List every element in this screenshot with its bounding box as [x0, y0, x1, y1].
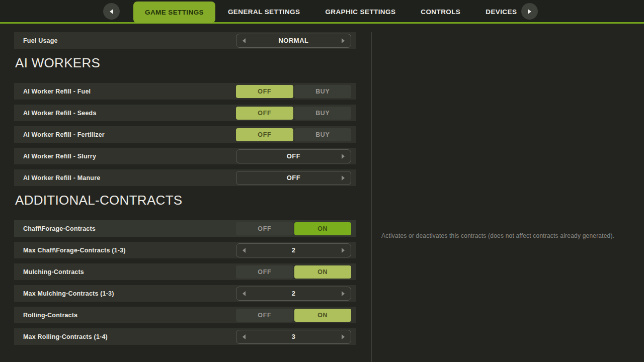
setting-row-mulching-contracts: Mulching-ContractsOFFON [14, 263, 356, 280]
section-heading-ai-workers: AI WORKERS [15, 55, 356, 71]
setting-row-max-chaff-forage-contracts-1-3-: Max Chaff\Forage-Contracts (1-3)2 [14, 242, 356, 258]
tab-graphic-settings[interactable]: GRAPHIC SETTINGS [312, 0, 408, 24]
section-heading-additional-contracts: ADDITIONAL-CONTRACTS [15, 193, 356, 208]
selector-value: 2 [236, 287, 351, 300]
toggle-option-off[interactable]: OFF [236, 309, 293, 322]
toggle-group: OFFBUY [236, 128, 351, 141]
arrow-right-icon [528, 9, 531, 14]
toggle-option-on[interactable]: ON [294, 309, 352, 322]
option-selector[interactable]: OFF [236, 171, 351, 185]
tab-controls[interactable]: CONTROLS [408, 0, 473, 24]
selector-value: OFF [236, 171, 351, 185]
toggle-group: OFFON [236, 309, 351, 322]
setting-label: AI Worker Refill - Slurry [14, 153, 236, 160]
tab-list: GAME SETTINGSGENERAL SETTINGSGRAPHIC SET… [133, 0, 529, 24]
setting-row-ai-worker-refill-fertilizer: AI Worker Refill - FertilizerOFFBUY [14, 126, 356, 143]
panel-divider [371, 32, 372, 362]
next-option-icon[interactable] [342, 154, 345, 159]
arrow-left-icon [110, 9, 113, 14]
toggle-option-off[interactable]: OFF [236, 107, 293, 120]
toggle-option-buy[interactable]: BUY [294, 107, 352, 120]
selector-value: 3 [236, 330, 351, 343]
settings-list: Fuel UsageNORMALAI WORKERSAI Worker Refi… [14, 32, 356, 350]
setting-label: Chaff\Forage-Contracts [14, 225, 236, 232]
toggle-option-buy[interactable]: BUY [294, 85, 352, 98]
setting-label: AI Worker Refill - Fertilizer [14, 131, 236, 138]
setting-label: Rolling-Contracts [14, 312, 236, 319]
toggle-option-off[interactable]: OFF [236, 265, 293, 279]
setting-label: AI Worker Refill - Seeds [14, 110, 236, 117]
option-selector[interactable]: 2 [236, 287, 351, 301]
selector-value: 2 [236, 244, 351, 257]
setting-label: Max Mulching-Contracts (1-3) [14, 290, 236, 297]
previous-tab-button[interactable] [103, 3, 120, 20]
settings-tab-bar: GAME SETTINGSGENERAL SETTINGSGRAPHIC SET… [0, 0, 644, 24]
toggle-option-off[interactable]: OFF [236, 85, 293, 98]
setting-label: Max Chaff\Forage-Contracts (1-3) [14, 247, 236, 254]
toggle-group: OFFBUY [236, 107, 351, 120]
next-option-icon[interactable] [342, 38, 345, 43]
next-tab-button[interactable] [521, 3, 538, 20]
next-option-icon[interactable] [342, 334, 345, 339]
setting-tooltip: Activates or deactivates this contracts … [381, 232, 614, 239]
setting-row-ai-worker-refill-manure: AI Worker Refill - ManureOFF [14, 169, 356, 186]
tab-game-settings[interactable]: GAME SETTINGS [133, 2, 215, 23]
tab-general-settings[interactable]: GENERAL SETTINGS [215, 0, 312, 24]
option-selector[interactable]: NORMAL [236, 34, 351, 48]
selector-value: NORMAL [236, 34, 351, 47]
setting-label: Mulching-Contracts [14, 268, 236, 276]
toggle-option-off[interactable]: OFF [236, 222, 293, 235]
toggle-option-buy[interactable]: BUY [294, 128, 352, 141]
toggle-group: OFFBUY [236, 85, 351, 98]
toggle-option-off[interactable]: OFF [236, 128, 293, 141]
setting-row-max-rolling-contracts-1-4-: Max Rolling-Contracts (1-4)3 [14, 328, 356, 345]
next-option-icon[interactable] [342, 291, 345, 296]
toggle-option-on[interactable]: ON [294, 222, 352, 235]
setting-row-rolling-contracts: Rolling-ContractsOFFON [14, 307, 356, 323]
toggle-option-on[interactable]: ON [294, 265, 352, 279]
setting-label: AI Worker Refill - Manure [14, 174, 236, 182]
selector-value: OFF [236, 150, 351, 163]
option-selector[interactable]: 2 [236, 243, 351, 257]
option-selector[interactable]: 3 [236, 330, 351, 344]
setting-row-ai-worker-refill-fuel: AI Worker Refill - FuelOFFBUY [14, 83, 356, 100]
setting-row-ai-worker-refill-slurry: AI Worker Refill - SlurryOFF [14, 148, 356, 164]
toggle-group: OFFON [236, 222, 351, 235]
setting-row-fuel-usage: Fuel UsageNORMAL [14, 32, 356, 49]
setting-row-ai-worker-refill-seeds: AI Worker Refill - SeedsOFFBUY [14, 105, 356, 121]
option-selector[interactable]: OFF [236, 149, 351, 163]
setting-label: Max Rolling-Contracts (1-4) [14, 333, 236, 340]
setting-row-max-mulching-contracts-1-3-: Max Mulching-Contracts (1-3)2 [14, 285, 356, 302]
next-option-icon[interactable] [342, 248, 345, 253]
toggle-group: OFFON [236, 265, 351, 279]
next-option-icon[interactable] [342, 175, 345, 180]
setting-row-chaff-forage-contracts: Chaff\Forage-ContractsOFFON [14, 220, 356, 237]
setting-label: Fuel Usage [14, 37, 236, 44]
setting-label: AI Worker Refill - Fuel [14, 88, 236, 95]
